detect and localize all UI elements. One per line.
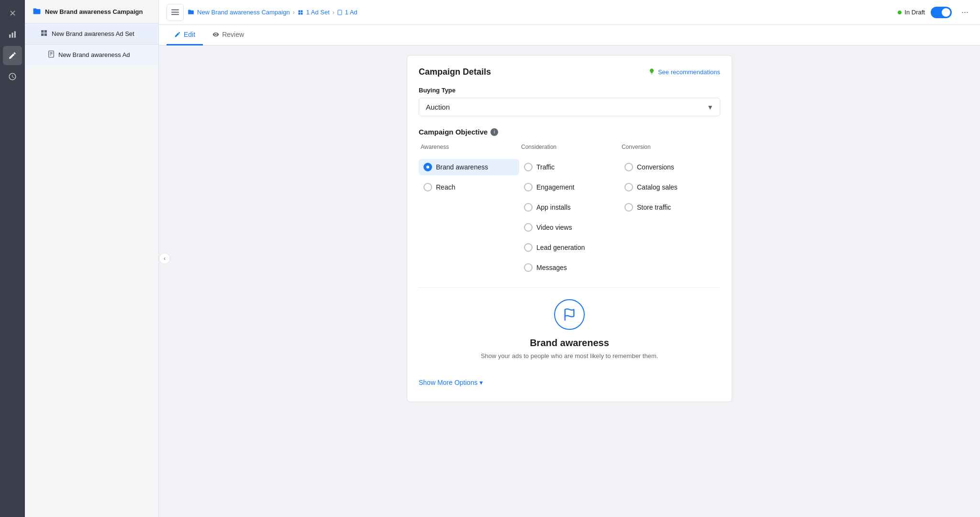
breadcrumb-ad-label: 1 Ad xyxy=(345,9,357,16)
svg-rect-8 xyxy=(171,11,179,12)
panel-toggle-button[interactable] xyxy=(167,4,184,21)
store-traffic-label: Store traffic xyxy=(637,203,671,211)
card-title: Campaign Details xyxy=(419,67,491,77)
objective-section-title: Campaign Objective xyxy=(419,128,488,136)
status-dot xyxy=(898,11,902,14)
preview-title: Brand awareness xyxy=(426,337,713,348)
awareness-header: Awareness xyxy=(419,144,519,150)
objective-messages[interactable]: Messages xyxy=(519,259,620,276)
tab-review[interactable]: Review xyxy=(205,25,252,45)
breadcrumb: New Brand awareness Campaign › 1 Ad Set … xyxy=(188,9,894,16)
breadcrumb-adset[interactable]: 1 Ad Set xyxy=(298,9,330,16)
tab-edit-label: Edit xyxy=(184,31,195,38)
app-installs-label: App installs xyxy=(536,203,571,211)
objective-store-traffic[interactable]: Store traffic xyxy=(620,199,720,215)
messages-label: Messages xyxy=(536,264,567,271)
folder-icon xyxy=(33,7,41,16)
tab-edit[interactable]: Edit xyxy=(167,25,203,45)
objective-video-views[interactable]: Video views xyxy=(519,219,620,236)
objective-catalog-sales[interactable]: Catalog sales xyxy=(620,179,720,195)
buying-type-label: Buying Type xyxy=(419,87,720,94)
breadcrumb-campaign[interactable]: New Brand awareness Campaign xyxy=(188,9,290,16)
radio-brand-awareness xyxy=(423,163,432,171)
sidebar-ad-item[interactable]: New Brand awareness Ad xyxy=(25,45,158,65)
show-more-options-button[interactable]: Show More Options ▾ xyxy=(419,375,483,390)
tabs-bar: Edit Review xyxy=(159,25,980,45)
main-area: New Brand awareness Campaign › 1 Ad Set … xyxy=(159,0,980,517)
preview-icon-circle xyxy=(554,299,585,330)
breadcrumb-sep-2: › xyxy=(333,9,334,16)
objective-brand-awareness[interactable]: Brand awareness xyxy=(419,159,519,175)
ad-icon xyxy=(48,50,55,59)
tab-review-label: Review xyxy=(222,31,244,38)
conversion-header: Conversion xyxy=(620,144,720,150)
traffic-label: Traffic xyxy=(536,163,555,171)
consideration-column: Consideration Traffic Engagement App ins… xyxy=(519,144,620,276)
adset-icon xyxy=(40,29,48,38)
more-options-button[interactable]: ··· xyxy=(958,5,972,19)
conversion-column: Conversion Conversions Catalog sales Sto… xyxy=(620,144,720,276)
collapse-sidebar-button[interactable]: ‹ xyxy=(159,253,170,264)
objective-app-installs[interactable]: App installs xyxy=(519,199,620,215)
radio-messages xyxy=(524,263,533,272)
radio-catalog-sales xyxy=(624,183,633,191)
edit-icon-button[interactable] xyxy=(3,46,22,65)
status-badge: In Draft xyxy=(898,9,925,16)
close-button[interactable]: ✕ xyxy=(3,4,22,23)
campaign-bc-icon xyxy=(188,9,194,16)
engagement-label: Engagement xyxy=(536,183,574,191)
clock-icon-button[interactable] xyxy=(3,67,22,86)
info-icon[interactable]: i xyxy=(490,128,498,136)
sidebar-adset-label: New Brand awareness Ad Set xyxy=(52,30,134,37)
radio-video-views xyxy=(524,223,533,232)
video-views-label: Video views xyxy=(536,224,572,231)
sidebar: New Brand awareness Campaign New Brand a… xyxy=(25,0,159,517)
objective-traffic[interactable]: Traffic xyxy=(519,159,620,175)
chart-icon-button[interactable] xyxy=(3,25,22,44)
card-header: Campaign Details See recommendations xyxy=(419,67,720,77)
radio-app-installs xyxy=(524,203,533,212)
recommendations-link[interactable]: See recommendations xyxy=(648,67,720,77)
breadcrumb-ad[interactable]: 1 Ad xyxy=(337,9,357,16)
buying-type-wrapper: Auction Reach and Frequency ▼ xyxy=(419,98,720,116)
recommendations-label: See recommendations xyxy=(658,68,720,76)
radio-traffic xyxy=(524,163,533,171)
radio-engagement xyxy=(524,183,533,191)
radio-reach xyxy=(423,183,432,191)
breadcrumb-campaign-label: New Brand awareness Campaign xyxy=(197,9,290,16)
radio-store-traffic xyxy=(624,203,633,212)
brand-awareness-label: Brand awareness xyxy=(436,163,488,171)
buying-type-select[interactable]: Auction Reach and Frequency xyxy=(419,98,720,116)
objective-lead-generation[interactable]: Lead generation xyxy=(519,239,620,256)
icon-bar: ✕ xyxy=(0,0,25,517)
objective-reach[interactable]: Reach xyxy=(419,179,519,195)
campaign-details-card: Campaign Details See recommendations Buy… xyxy=(407,55,732,402)
draft-toggle[interactable] xyxy=(931,7,952,18)
conversions-label: Conversions xyxy=(637,163,674,171)
chevron-down-icon: ▾ xyxy=(479,379,483,386)
bulb-icon xyxy=(648,67,655,77)
preview-description: Show your ads to people who are most lik… xyxy=(426,352,713,360)
radio-conversions xyxy=(624,163,633,171)
reach-label: Reach xyxy=(436,183,455,191)
objectives-grid: Awareness Brand awareness Reach Consider… xyxy=(419,144,720,276)
status-label: In Draft xyxy=(904,9,925,16)
topbar: New Brand awareness Campaign › 1 Ad Set … xyxy=(159,0,980,25)
radio-lead-generation xyxy=(524,243,533,252)
objective-conversions[interactable]: Conversions xyxy=(620,159,720,175)
sidebar-adset-item[interactable]: New Brand awareness Ad Set xyxy=(25,23,158,45)
awareness-column: Awareness Brand awareness Reach xyxy=(419,144,519,276)
catalog-sales-label: Catalog sales xyxy=(637,183,678,191)
lead-generation-label: Lead generation xyxy=(536,244,585,251)
objective-engagement[interactable]: Engagement xyxy=(519,179,620,195)
sidebar-ad-label: New Brand awareness Ad xyxy=(58,51,130,58)
sidebar-campaign-item[interactable]: New Brand awareness Campaign xyxy=(25,0,158,23)
svg-rect-9 xyxy=(171,14,179,15)
preview-section: Brand awareness Show your ads to people … xyxy=(419,287,720,371)
objective-section-header: Campaign Objective i xyxy=(419,128,720,136)
breadcrumb-sep-1: › xyxy=(293,9,295,16)
svg-rect-10 xyxy=(338,10,342,15)
svg-rect-0 xyxy=(9,34,11,38)
sidebar-campaign-label: New Brand awareness Campaign xyxy=(45,8,143,15)
svg-rect-7 xyxy=(171,9,179,10)
